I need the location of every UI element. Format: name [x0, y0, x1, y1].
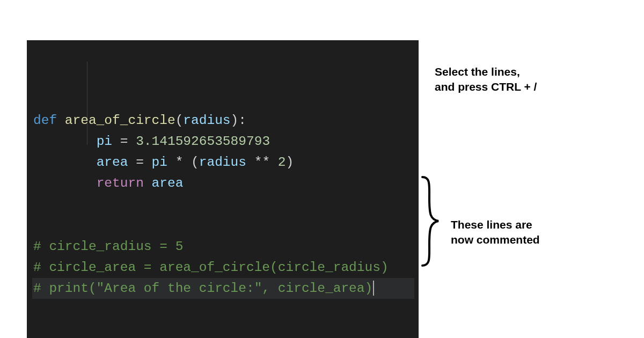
paren-close: ) [286, 155, 294, 170]
param-radius: radius [183, 113, 230, 128]
annotation-text-line: now commented [451, 232, 540, 247]
code-line-7-comment[interactable]: # circle_radius = 5 [33, 236, 414, 257]
annotation-result: These lines are now commented [451, 217, 540, 248]
code-line-9-comment[interactable]: # print("Area of the circle:", circle_ar… [32, 278, 414, 299]
var-pi: pi [97, 134, 112, 149]
equals: = [112, 134, 136, 149]
equals: = [128, 155, 151, 170]
comment-text: # print("Area of the circle:", circle_ar… [33, 281, 372, 296]
annotation-instructions: Select the lines, and press CTRL + / [435, 64, 537, 95]
code-line-1[interactable]: def area_of_circle(radius): [33, 110, 414, 131]
code-line-4[interactable]: return area [33, 173, 414, 194]
var-pi-ref: pi [152, 155, 167, 170]
indent [33, 176, 97, 190]
code-line-3[interactable]: area = pi * (radius ** 2) [33, 152, 414, 173]
annotation-text-line: and press CTRL + / [435, 79, 537, 94]
number-pi: 3.141592653589793 [136, 134, 270, 149]
annotation-text-line: Select the lines, [435, 64, 537, 79]
operator: * ( [167, 155, 199, 170]
code-line-6[interactable] [33, 215, 414, 236]
keyword-def: def [33, 113, 65, 128]
code-editor[interactable]: def area_of_circle(radius): pi = 3.14159… [27, 40, 419, 338]
code-line-8-comment[interactable]: # circle_area = area_of_circle(circle_ra… [33, 257, 414, 278]
code-line-5[interactable] [33, 194, 414, 215]
text-cursor [373, 281, 374, 296]
number-2: 2 [278, 155, 286, 170]
operator-pow: ** [246, 155, 278, 170]
code-line-2[interactable]: pi = 3.141592653589793 [33, 131, 414, 152]
var-radius-ref: radius [199, 155, 246, 170]
keyword-return: return [97, 176, 152, 190]
indent [33, 134, 97, 149]
var-area-ref: area [152, 176, 184, 190]
annotation-text-line: These lines are [451, 217, 540, 232]
curly-brace-icon [420, 174, 441, 268]
paren-open: ( [175, 113, 184, 128]
function-name: area_of_circle [65, 113, 175, 128]
var-area: area [97, 155, 128, 170]
indent [33, 155, 97, 170]
figure-container: def area_of_circle(radius): pi = 3.14159… [27, 40, 419, 338]
paren-close: ): [231, 113, 246, 128]
